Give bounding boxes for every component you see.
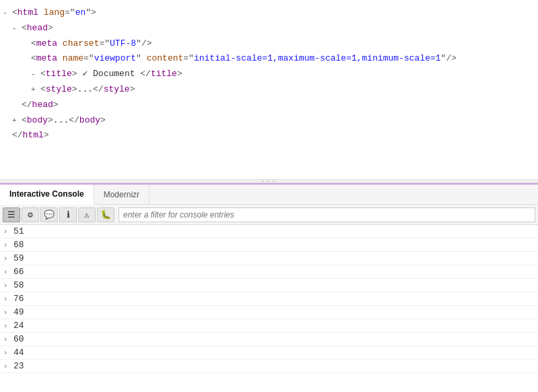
tab-interactive-console-label: Interactive Console xyxy=(9,189,84,199)
toolbar-debug-button[interactable]: 🐛 xyxy=(97,207,114,222)
console-entry[interactable]: ›51 xyxy=(0,225,538,238)
tab-interactive-console[interactable]: Interactive Console xyxy=(0,185,94,205)
bug-icon: 🐛 xyxy=(100,209,111,220)
entry-number: 66 xyxy=(11,267,24,277)
entry-number: 44 xyxy=(11,348,24,358)
code-line-3: <meta charset="UTF-8"/> xyxy=(0,36,538,52)
entry-expand-arrow[interactable]: › xyxy=(0,228,11,236)
entry-number: 23 xyxy=(11,361,24,371)
console-entry[interactable]: ›44 xyxy=(0,346,538,360)
code-line-2: - <head> xyxy=(0,21,538,36)
entry-expand-arrow[interactable]: › xyxy=(0,268,11,276)
toolbar-row: ☰ ⚙ 💬 ℹ ⚠ 🐛 xyxy=(0,205,538,225)
console-entry[interactable]: ›76 xyxy=(0,292,538,306)
console-entries: ›51›68›59›66›58›76›49›24›60›44›23 xyxy=(0,225,538,392)
tabs-row: Interactive Console Modernizr xyxy=(0,185,538,205)
console-entry[interactable]: ›58 xyxy=(0,279,538,292)
entry-number: 51 xyxy=(11,226,24,236)
code-line-1: - <html lang="en"> xyxy=(0,5,538,21)
settings-icon: ⚙ xyxy=(28,209,33,220)
code-line-4: <meta name="viewport" content="initial-s… xyxy=(0,51,538,67)
entry-expand-arrow[interactable]: › xyxy=(0,282,11,290)
entry-expand-arrow[interactable]: › xyxy=(0,335,11,344)
console-entry[interactable]: ›59 xyxy=(0,252,538,265)
entry-number: 49 xyxy=(11,307,24,317)
list-icon: ☰ xyxy=(7,209,15,220)
tab-modernizr[interactable]: Modernizr xyxy=(94,185,149,204)
entry-number: 59 xyxy=(11,253,24,263)
entry-number: 58 xyxy=(11,280,24,290)
console-entry[interactable]: ›49 xyxy=(0,306,538,319)
console-entry[interactable]: ›60 xyxy=(0,333,538,346)
code-line-7: </head> xyxy=(0,98,538,113)
entry-number: 76 xyxy=(11,294,24,304)
bottom-panel: Interactive Console Modernizr ☰ ⚙ 💬 ℹ ⚠ … xyxy=(0,183,538,392)
toolbar-settings-button[interactable]: ⚙ xyxy=(22,207,39,222)
entry-number: 24 xyxy=(11,321,24,331)
console-entry[interactable]: ›23 xyxy=(0,360,538,373)
toggle-expand-8[interactable]: + xyxy=(12,115,22,127)
entry-expand-arrow[interactable]: › xyxy=(0,255,11,263)
console-entry[interactable]: ›24 xyxy=(0,319,538,333)
tab-modernizr-label: Modernizr xyxy=(104,190,139,199)
code-line-8: + <body>...</body> xyxy=(0,113,538,129)
entry-number: 60 xyxy=(11,334,24,344)
entry-expand-arrow[interactable]: › xyxy=(0,308,11,317)
toolbar-comments-button[interactable]: 💬 xyxy=(40,207,58,222)
entry-expand-arrow[interactable]: › xyxy=(0,322,11,330)
code-line-6: + <style>...</style> xyxy=(0,82,538,98)
comment-icon: 💬 xyxy=(44,209,55,220)
code-line-5: - <title> ✓ Document </title> xyxy=(0,67,538,82)
toggle-collapse-5[interactable]: - xyxy=(31,69,40,81)
toggle-collapse-2[interactable]: - xyxy=(12,23,22,35)
warning-icon: ⚠ xyxy=(84,209,90,220)
toolbar-info-button[interactable]: ℹ xyxy=(59,207,77,222)
entry-expand-arrow[interactable]: › xyxy=(0,362,11,370)
toggle-collapse-1[interactable]: - xyxy=(3,7,12,20)
entry-number: 68 xyxy=(11,240,24,250)
entry-expand-arrow[interactable]: › xyxy=(0,241,11,249)
console-entry[interactable]: ›66 xyxy=(0,265,538,279)
console-entry[interactable]: ›68 xyxy=(0,238,538,252)
info-icon: ℹ xyxy=(67,209,70,220)
entry-expand-arrow[interactable]: › xyxy=(0,295,11,303)
console-filter-input[interactable] xyxy=(119,207,535,222)
toggle-expand-6[interactable]: + xyxy=(31,84,40,96)
code-line-9: </html> xyxy=(0,128,538,143)
entry-expand-arrow[interactable]: › xyxy=(0,349,11,357)
toolbar-warning-button[interactable]: ⚠ xyxy=(78,207,96,222)
code-editor: - <html lang="en"> - <head> <meta charse… xyxy=(0,0,538,179)
toolbar-all-logs-button[interactable]: ☰ xyxy=(3,207,20,222)
